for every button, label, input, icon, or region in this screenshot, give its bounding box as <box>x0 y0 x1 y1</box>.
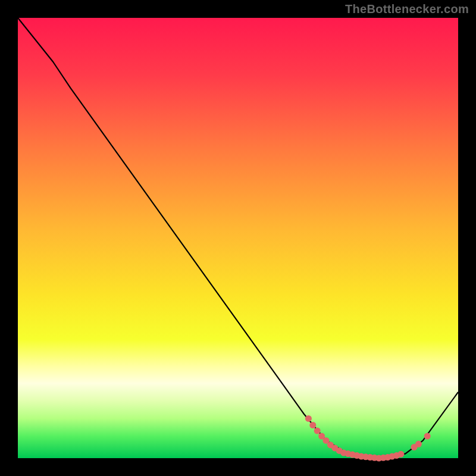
chart-stage: TheBottlenecker.com <box>0 0 476 476</box>
data-point <box>415 441 422 447</box>
data-point <box>314 428 321 434</box>
data-point <box>424 433 431 440</box>
data-point <box>305 415 312 422</box>
bottleneck-chart <box>0 0 476 476</box>
data-point <box>397 451 404 458</box>
data-point <box>309 422 316 428</box>
watermark-text: TheBottlenecker.com <box>345 2 469 16</box>
plot-background <box>18 18 458 458</box>
